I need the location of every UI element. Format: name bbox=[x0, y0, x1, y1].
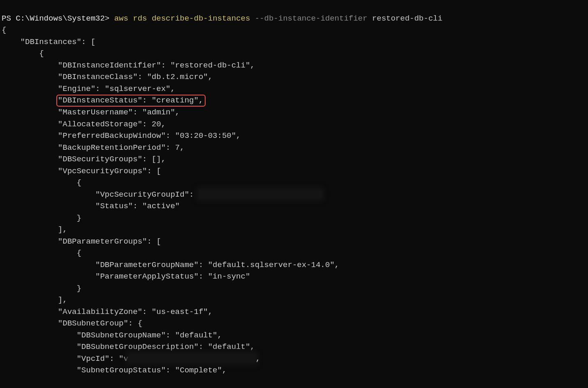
json-line: "Engine": "sqlserver-ex", bbox=[2, 84, 175, 93]
json-line: ], bbox=[2, 295, 67, 304]
prompt-path: PS C:\Windows\System32> bbox=[2, 14, 109, 23]
cmd-flag: --db-instance-identifier bbox=[255, 14, 368, 23]
json-line: "AvailabilityZone": "us-east-1f", bbox=[2, 307, 213, 316]
cmd-rds: rds bbox=[133, 14, 147, 23]
cmd-aws: aws bbox=[114, 14, 128, 23]
json-line: } bbox=[2, 284, 81, 293]
json-line: "VpcId": "v bbox=[2, 354, 128, 363]
status-highlight: "DBInstanceStatus": "creating", bbox=[56, 95, 206, 107]
json-line: "VpcSecurityGroups": [ bbox=[2, 167, 161, 176]
json-line: { bbox=[2, 249, 81, 258]
json-line: { bbox=[2, 178, 81, 187]
json-line: } bbox=[2, 214, 81, 223]
json-line: "ParameterApplyStatus": "in-sync" bbox=[2, 272, 250, 281]
json-line: "DBInstanceIdentifier": "restored-db-cli… bbox=[2, 61, 255, 70]
cmd-value: restored-db-cli bbox=[372, 14, 442, 23]
json-line: "MasterUsername": "admin", bbox=[2, 108, 180, 117]
json-line: { bbox=[2, 26, 6, 35]
json-line: "DBSecurityGroups": [], bbox=[2, 155, 166, 164]
json-line: "BackupRetentionPeriod": 7, bbox=[2, 143, 185, 152]
json-line: "VpcSecurityGroupId": bbox=[2, 190, 199, 199]
json-status-line: "DBInstanceStatus": "creating", bbox=[58, 96, 203, 105]
json-line: "DBSubnetGroupDescription": "default", bbox=[2, 342, 255, 351]
json-line: "DBSubnetGroupName": "default", bbox=[2, 331, 222, 340]
cmd-action: describe-db-instances bbox=[152, 14, 250, 23]
json-indent bbox=[2, 96, 58, 105]
json-line: ], bbox=[2, 225, 67, 234]
json-line: "DBParameterGroupName": "default.sqlserv… bbox=[2, 260, 339, 270]
json-line: "DBParameterGroups": [ bbox=[2, 237, 161, 246]
json-line: "PreferredBackupWindow": "03:20-03:50", bbox=[2, 131, 241, 140]
json-line: "DBSubnetGroup": { bbox=[2, 319, 142, 328]
json-line: "DBInstances": [ bbox=[2, 37, 95, 46]
json-line: "AllocatedStorage": 20, bbox=[2, 120, 166, 129]
redacted-sgid bbox=[199, 190, 322, 199]
json-line-suffix: , bbox=[256, 354, 260, 363]
json-line: "DBInstanceClass": "db.t2.micro", bbox=[2, 72, 213, 81]
terminal-output[interactable]: PS C:\Windows\System32> aws rds describe… bbox=[0, 0, 588, 376]
json-line: "Status": "active" bbox=[2, 202, 180, 211]
json-line: { bbox=[2, 49, 44, 58]
json-line: "SubnetGroupStatus": "Complete", bbox=[2, 366, 227, 375]
redacted-vpcid bbox=[128, 354, 256, 363]
